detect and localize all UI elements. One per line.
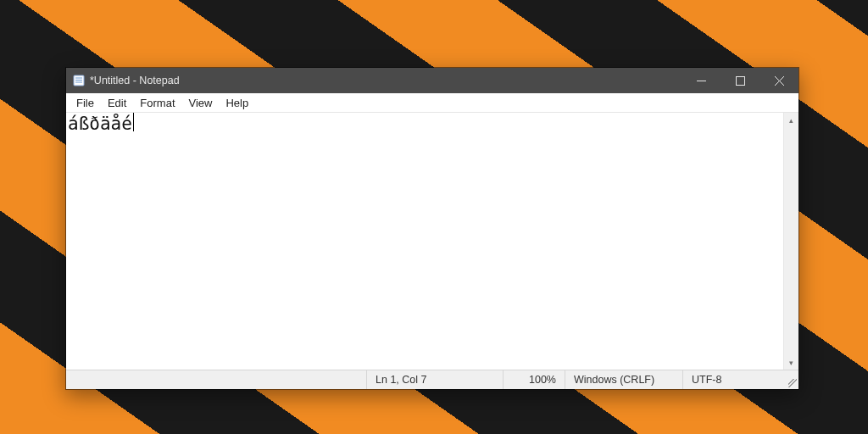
client-area: áßðäåé ▴ ▾ — [66, 113, 798, 370]
status-position: Ln 1, Col 7 — [367, 370, 504, 389]
window-title: *Untitled - Notepad — [90, 75, 180, 86]
menu-file[interactable]: File — [70, 95, 101, 111]
menu-edit[interactable]: Edit — [101, 95, 133, 111]
maximize-button[interactable] — [721, 68, 760, 93]
menu-help[interactable]: Help — [219, 95, 255, 111]
vertical-scrollbar[interactable]: ▴ ▾ — [783, 113, 798, 370]
menu-format[interactable]: Format — [133, 95, 181, 111]
status-bar: Ln 1, Col 7 100% Windows (CRLF) UTF-8 — [66, 370, 798, 389]
close-button[interactable] — [760, 68, 798, 93]
text-caret — [133, 113, 134, 131]
text-content: áßðäåé — [68, 114, 132, 134]
scroll-up-icon[interactable]: ▴ — [784, 113, 798, 127]
notepad-icon — [73, 75, 85, 86]
menu-view[interactable]: View — [182, 95, 220, 111]
status-encoding: UTF-8 — [683, 370, 785, 389]
minimize-button[interactable] — [682, 68, 721, 93]
resize-grip[interactable] — [785, 370, 798, 389]
title-bar[interactable]: *Untitled - Notepad — [66, 68, 798, 93]
status-eol: Windows (CRLF) — [565, 370, 683, 389]
notepad-window: *Untitled - Notepad File Edit Format Vie… — [65, 67, 799, 390]
scroll-down-icon[interactable]: ▾ — [784, 355, 798, 370]
text-area[interactable]: áßðäåé — [66, 113, 783, 370]
svg-rect-5 — [736, 76, 744, 85]
status-zoom: 100% — [504, 370, 565, 389]
menu-bar: File Edit Format View Help — [66, 93, 798, 113]
